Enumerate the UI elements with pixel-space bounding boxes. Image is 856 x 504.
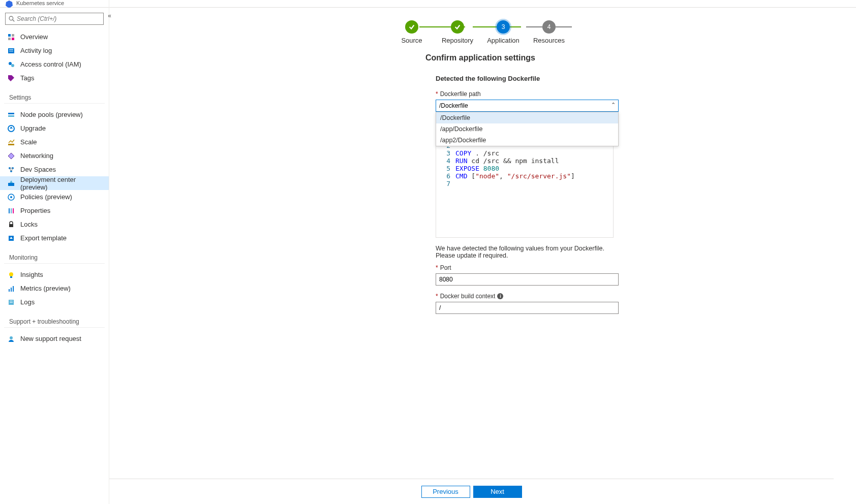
nav-label: Tags <box>20 74 34 82</box>
nodepools-icon <box>7 111 15 119</box>
combo-option[interactable]: /app/Dockerfile <box>436 123 618 135</box>
nav-new-support[interactable]: New support request <box>0 332 109 345</box>
step-complete-icon <box>405 20 418 34</box>
nav-label: Overview <box>20 33 48 41</box>
nav-properties[interactable]: Properties <box>0 204 109 217</box>
svg-rect-5 <box>8 38 11 40</box>
nav-label: Metrics (preview) <box>20 285 71 292</box>
svg-line-2 <box>13 20 15 22</box>
chevron-up-icon[interactable]: ⌃ <box>611 102 616 108</box>
svg-rect-41 <box>10 301 13 301</box>
svg-rect-13 <box>8 113 14 114</box>
step-label: Application <box>480 37 526 44</box>
scale-icon <box>7 138 15 146</box>
nav-metrics[interactable]: Metrics (preview) <box>0 281 109 295</box>
locks-icon <box>7 220 15 229</box>
nav-label: Deployment center (preview) <box>20 176 104 191</box>
svg-point-10 <box>9 62 12 65</box>
step-resources[interactable]: 4 Resources <box>526 20 572 44</box>
deployment-icon <box>7 179 15 187</box>
section-settings: Settings <box>4 89 105 104</box>
nav-devspaces[interactable]: Dev Spaces <box>0 163 109 176</box>
combo-option[interactable]: /app2/Dockerfile <box>436 135 618 146</box>
nav-label: Policies (preview) <box>20 193 72 201</box>
insights-icon <box>7 271 15 279</box>
nav-locks[interactable]: Locks <box>0 217 109 231</box>
dockerfile-path-input[interactable] <box>436 100 619 112</box>
nav-scale[interactable]: Scale <box>0 135 109 149</box>
svg-rect-39 <box>13 286 14 292</box>
nav-label: Dev Spaces <box>20 166 56 173</box>
nav-label: Export template <box>20 234 67 242</box>
wizard-footer: Previous Next <box>109 479 834 504</box>
nav-policies[interactable]: Policies (preview) <box>0 190 109 204</box>
nav-tags[interactable]: Tags <box>0 71 109 85</box>
svg-rect-38 <box>11 288 12 292</box>
devspaces-icon <box>7 166 15 174</box>
nav-deployment-center[interactable]: Deployment center (preview) <box>0 176 109 190</box>
upgrade-icon <box>7 124 15 133</box>
svg-rect-31 <box>13 208 14 213</box>
svg-point-28 <box>10 196 12 198</box>
page-title: Confirm application settings <box>109 53 851 62</box>
svg-rect-42 <box>10 302 13 303</box>
svg-point-43 <box>10 336 13 339</box>
svg-rect-6 <box>12 38 14 40</box>
nav-upgrade[interactable]: Upgrade <box>0 121 109 135</box>
build-context-input[interactable] <box>436 302 619 314</box>
svg-point-11 <box>11 64 14 67</box>
nav-search[interactable] <box>5 13 104 25</box>
nav-overview[interactable]: Overview <box>0 30 109 44</box>
previous-button[interactable]: Previous <box>421 486 470 498</box>
nav-activitylog[interactable]: Activity log <box>0 44 109 57</box>
port-label: *Port <box>436 264 619 271</box>
logs-icon <box>7 298 15 306</box>
wizard-steps: Source Repository 3 Application 4 Resour… <box>389 20 572 44</box>
nav-label: Activity log <box>20 47 52 54</box>
nav-export[interactable]: Export template <box>0 231 109 245</box>
svg-rect-32 <box>9 224 13 227</box>
svg-rect-36 <box>10 276 12 278</box>
networking-icon <box>7 152 15 160</box>
left-nav: « Overview Activity log Access control (… <box>0 0 109 504</box>
metrics-icon <box>7 285 15 293</box>
support-icon <box>7 335 15 343</box>
nav-nodepools[interactable]: Node pools (preview) <box>0 108 109 121</box>
nav-label: Node pools (preview) <box>20 111 83 118</box>
next-button[interactable]: Next <box>473 486 522 498</box>
svg-rect-9 <box>9 51 13 51</box>
svg-marker-12 <box>8 75 14 81</box>
dockerfile-path-combo[interactable]: ⌃ /Dockerfile /app/Dockerfile /app2/Dock… <box>436 100 619 112</box>
nav-networking[interactable]: Networking <box>0 149 109 163</box>
nav-iam[interactable]: Access control (IAM) <box>0 57 109 71</box>
step-pending-icon: 4 <box>542 20 556 34</box>
svg-rect-17 <box>8 144 14 145</box>
nav-insights[interactable]: Insights <box>0 268 109 281</box>
nav-label: Access control (IAM) <box>20 60 81 68</box>
svg-marker-18 <box>8 153 14 159</box>
dockerfile-preview: 2 3COPY . /src 4RUN cd /src && npm insta… <box>436 141 614 238</box>
nav-logs[interactable]: Logs <box>0 295 109 309</box>
dockerfile-path-label: *Dockerfile path <box>436 90 619 98</box>
section-support: Support + troubleshooting <box>4 313 105 328</box>
detected-heading: Detected the following Dockerfile <box>436 75 619 82</box>
step-application[interactable]: 3 Application <box>480 20 526 44</box>
nav-label: Logs <box>20 298 35 306</box>
info-icon[interactable]: i <box>497 293 503 299</box>
overview-icon <box>7 33 15 41</box>
step-repository[interactable]: Repository <box>435 20 480 44</box>
step-label: Resources <box>526 37 572 44</box>
svg-rect-37 <box>9 289 10 292</box>
step-source[interactable]: Source <box>389 20 435 44</box>
nav-search-input[interactable] <box>17 15 100 22</box>
nav-label: Properties <box>20 207 50 214</box>
svg-rect-30 <box>11 208 12 213</box>
export-icon <box>7 234 15 242</box>
nav-label: Locks <box>20 220 38 228</box>
port-input[interactable] <box>436 273 619 286</box>
nav-label: Scale <box>20 138 37 146</box>
activitylog-icon <box>7 47 15 55</box>
iam-icon <box>7 60 15 69</box>
svg-rect-14 <box>8 115 14 117</box>
combo-option[interactable]: /Dockerfile <box>436 112 618 123</box>
